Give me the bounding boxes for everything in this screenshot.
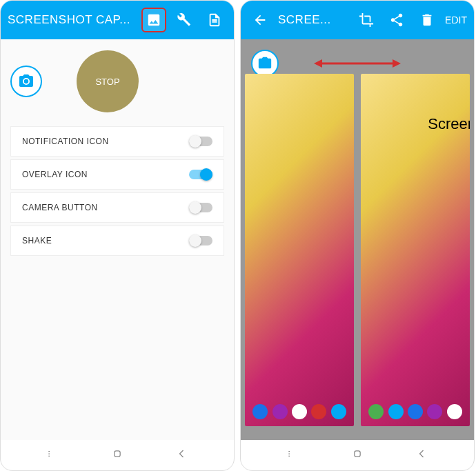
phone-left: SCREENSHOT CAP... STOP NOTIFICATION ICON…: [0, 0, 235, 471]
recents-icon[interactable]: [286, 447, 300, 463]
phone-right: SCREE... EDIT Screens: [240, 0, 475, 471]
share-icon[interactable]: [384, 8, 409, 32]
setting-camera[interactable]: CAMERA BUTTON: [10, 192, 224, 223]
thumb-dock: [361, 404, 470, 419]
screenshot-thumb[interactable]: [245, 74, 354, 426]
setting-label: SHAKE: [22, 236, 52, 245]
toggle-switch[interactable]: [189, 137, 212, 146]
setting-notification[interactable]: NOTIFICATION ICON: [10, 126, 224, 157]
setting-shake[interactable]: SHAKE: [10, 226, 224, 256]
navbar: [1, 440, 234, 470]
camera-icon[interactable]: [10, 66, 42, 97]
swipe-arrow-icon: [313, 57, 402, 73]
app-title: SCREE...: [278, 13, 348, 27]
setting-label: OVERLAY ICON: [22, 170, 88, 179]
action-row: STOP: [10, 50, 224, 112]
camera-overlay-icon[interactable]: [251, 50, 279, 77]
toggle-switch[interactable]: [189, 170, 212, 179]
screenshot-thumb[interactable]: Screens: [361, 74, 470, 426]
thumb-dock: [245, 404, 354, 419]
appbar: SCREENSHOT CAP...: [1, 1, 234, 39]
appbar: SCREE... EDIT: [241, 1, 474, 39]
edit-button[interactable]: EDIT: [445, 14, 467, 26]
back-arrow-icon[interactable]: [248, 8, 272, 32]
setting-label: NOTIFICATION ICON: [22, 137, 109, 146]
setting-overlay[interactable]: OVERLAY ICON: [10, 159, 224, 190]
tools-icon[interactable]: [172, 8, 197, 32]
home-icon[interactable]: [110, 447, 124, 463]
delete-icon[interactable]: [415, 8, 439, 32]
crop-icon[interactable]: [354, 8, 379, 32]
back-icon[interactable]: [415, 447, 428, 463]
toggle-switch[interactable]: [189, 236, 212, 245]
list-icon[interactable]: [202, 8, 227, 32]
back-icon[interactable]: [175, 447, 188, 463]
recents-icon[interactable]: [46, 447, 60, 463]
navbar: [241, 440, 474, 470]
annotation-text: Screens: [428, 115, 470, 133]
svg-rect-0: [115, 451, 120, 457]
svg-marker-2: [314, 59, 322, 68]
stop-button[interactable]: STOP: [77, 50, 139, 112]
app-title: SCREENSHOT CAP...: [8, 13, 136, 27]
gallery-content: Screens: [241, 39, 474, 440]
svg-rect-4: [355, 451, 360, 457]
svg-marker-3: [393, 59, 401, 68]
main-content: STOP NOTIFICATION ICON OVERLAY ICON CAME…: [1, 39, 234, 440]
setting-label: CAMERA BUTTON: [22, 203, 98, 212]
home-icon[interactable]: [350, 447, 364, 463]
toggle-switch[interactable]: [189, 203, 212, 212]
gallery-icon[interactable]: [141, 8, 166, 32]
